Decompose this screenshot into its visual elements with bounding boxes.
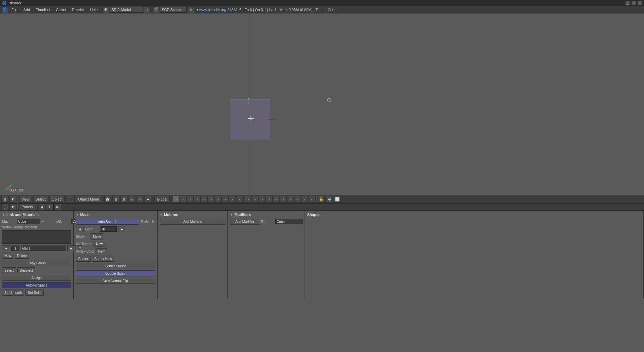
scene-close[interactable]: × [187, 6, 194, 13]
to-input[interactable] [275, 219, 303, 224]
degr-right-btn[interactable]: ► [118, 226, 126, 232]
panels-label[interactable]: Panels [19, 204, 35, 210]
modifiers-arrow[interactable]: ▼ [230, 213, 233, 216]
layer-10[interactable]: · [236, 196, 243, 203]
viewport-icon2[interactable]: ▼ [9, 196, 16, 203]
blender-icon[interactable]: 🌀 [1, 6, 8, 13]
panels-prev[interactable]: ◄ [38, 204, 45, 210]
layer-16[interactable]: · [280, 196, 287, 203]
panels-number[interactable] [46, 204, 54, 210]
autotexspace-btn[interactable]: AutoTexSpace [2, 282, 71, 288]
maximize-button[interactable]: □ [631, 1, 636, 5]
select-btn[interactable]: Select [2, 267, 16, 273]
close-button[interactable]: × [637, 1, 642, 5]
set-smooth-btn[interactable]: Set Smooth [2, 290, 24, 296]
layer-15[interactable]: · [273, 196, 280, 203]
layer-8[interactable]: · [222, 196, 229, 203]
view-icon4[interactable]: △ [128, 196, 135, 203]
delete-btn[interactable]: Delete [15, 253, 29, 259]
info-link[interactable]: www.blender.org 248 [199, 8, 233, 12]
center-btn[interactable]: Center [76, 256, 91, 262]
layer-18[interactable]: · [294, 196, 301, 203]
me-input[interactable] [17, 219, 40, 224]
layer-13[interactable]: · [259, 196, 266, 203]
layer-1[interactable]: · [173, 196, 179, 203]
set-solid-btn[interactable]: Set Solid [25, 290, 44, 296]
lock-icon[interactable]: 🔒 [318, 196, 325, 203]
new-btn[interactable]: New [2, 253, 13, 259]
view-icon5[interactable]: ○ [137, 196, 143, 203]
workspace-close[interactable]: × [144, 6, 151, 13]
mat-prev-btn[interactable]: ◄ [2, 245, 10, 251]
lm-arrow[interactable]: ▼ [2, 213, 5, 216]
layer-3[interactable]: · [187, 196, 194, 203]
layer-19[interactable]: · [301, 196, 308, 203]
properties-area: ⊞ ▼ Panels ◄ ► ▼ Link and Materials ME: … [0, 204, 644, 271]
new-vc-btn[interactable]: New [96, 248, 107, 254]
double-sided-btn[interactable]: Double Sided [76, 270, 155, 276]
deselect-btn[interactable]: Deselect [17, 267, 35, 273]
scene-icon: 🎬 [153, 6, 159, 13]
degr-input[interactable] [100, 226, 117, 232]
layer-20[interactable]: · [308, 196, 315, 203]
global-selector[interactable]: Global [154, 196, 170, 203]
add-modifier-row: Add Modifier To: [230, 219, 303, 225]
layer-11[interactable]: · [245, 196, 252, 203]
menubar: 🌀 File Add Timeline Game Render Help ⚙ ×… [0, 6, 644, 13]
mode-selector[interactable]: Object Mode [76, 196, 101, 203]
viewport[interactable]: ⊙ Y X (1) Cube [0, 13, 644, 195]
select-menu[interactable]: Select [33, 196, 48, 203]
multires-arrow[interactable]: ▼ [160, 213, 163, 216]
assign-btn[interactable]: Assign [2, 275, 71, 281]
view-menu[interactable]: View [19, 196, 32, 203]
no-vnormal-btn[interactable]: No V.Normal Flip [76, 278, 155, 284]
scene-input[interactable] [160, 7, 187, 13]
new-uv-btn[interactable]: New [94, 241, 105, 247]
center-new-btn[interactable]: Center New [92, 256, 114, 262]
layer-14[interactable]: · [266, 196, 273, 203]
to-label: To: [261, 220, 274, 224]
make-btn[interactable]: Make [91, 233, 103, 239]
minimize-button[interactable]: _ [625, 1, 630, 5]
layer-4[interactable]: · [194, 196, 201, 203]
copy-group-btn[interactable]: Copy Group [2, 260, 71, 266]
view-icon2[interactable]: ⊞ [112, 196, 119, 203]
add-modifier-btn[interactable]: Add Modifier [230, 219, 259, 225]
view-icon3[interactable]: ⊕ [120, 196, 127, 203]
layer-7[interactable]: · [215, 196, 222, 203]
divider2 [66, 196, 66, 203]
view-icon1[interactable]: 🏠 [104, 196, 111, 203]
menu-help[interactable]: Help [88, 7, 101, 12]
menu-game[interactable]: Game [53, 7, 68, 12]
material-slot-row: ◄ ► ? [2, 245, 71, 251]
panels-icon2[interactable]: ▼ [9, 204, 16, 210]
object-menu[interactable]: Object [49, 196, 65, 203]
menu-add[interactable]: Add [21, 7, 33, 12]
menu-timeline[interactable]: Timeline [33, 7, 52, 12]
layer-2[interactable]: · [180, 196, 186, 203]
layer-9[interactable]: · [229, 196, 236, 203]
menu-file[interactable]: File [9, 7, 20, 12]
mat-number[interactable] [11, 246, 19, 251]
me-row: ME: F OB: [2, 219, 71, 224]
viewport-type-icon[interactable]: ⊞ [1, 196, 8, 203]
view-icon6[interactable]: ● [145, 196, 151, 203]
layer-5[interactable]: · [201, 196, 208, 203]
menu-render[interactable]: Render [69, 7, 87, 12]
layer-17[interactable]: · [287, 196, 294, 203]
degr-left-btn[interactable]: ◄ [76, 226, 84, 232]
panels-type-icon[interactable]: ⊞ [1, 204, 8, 210]
auto-smooth-btn[interactable]: Auto Smooth [76, 219, 139, 225]
workspace-input[interactable] [110, 7, 143, 13]
center-cursor-btn[interactable]: Center Cursor [76, 263, 155, 269]
object-icon[interactable]: ⬛ [68, 196, 74, 203]
layer-12[interactable]: · [252, 196, 259, 203]
panels-next[interactable]: ► [54, 204, 61, 210]
layer-6[interactable]: · [208, 196, 215, 203]
add-multires-btn[interactable]: Add Multires [160, 219, 225, 225]
mat-name[interactable] [21, 246, 66, 251]
magnet-icon[interactable]: ⊘ [326, 196, 333, 203]
mesh-arrow[interactable]: ▼ [76, 213, 79, 216]
divider3 [103, 196, 103, 203]
camera-icon[interactable]: ⬜ [334, 196, 341, 203]
